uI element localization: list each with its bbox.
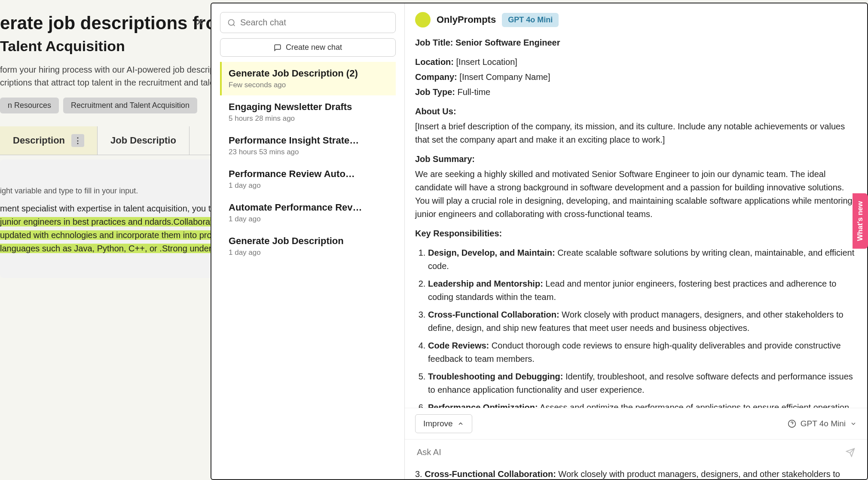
chat-item-time: Few seconds ago <box>229 81 389 89</box>
chat-plus-icon <box>274 44 281 52</box>
tab-job-description[interactable]: Job Descriptio <box>98 126 189 155</box>
chat-item[interactable]: Automate Performance Rev… 1 day ago <box>220 196 396 229</box>
response-footer: Improve GPT 4o Mini <box>405 408 867 439</box>
list-item: Performance Optimization: Assess and opt… <box>428 401 857 408</box>
list-item: Cross-Functional Collaboration: Work clo… <box>428 308 857 335</box>
search-input[interactable] <box>240 18 388 28</box>
tag-recruitment[interactable]: Recruitment and Talent Acquisition <box>63 98 197 113</box>
chat-list: Generate Job Description (2) Few seconds… <box>220 62 396 263</box>
chevron-up-icon <box>457 420 464 427</box>
overflow-list-item: 3. Cross-Functional Collaboration: Work … <box>405 465 867 479</box>
chat-item-time: 23 hours 53 mins ago <box>229 148 389 156</box>
chat-item[interactable]: Engaging Newsletter Drafts 5 hours 28 mi… <box>220 95 396 129</box>
send-icon[interactable] <box>846 448 855 457</box>
list-item: Code Reviews: Conduct thorough code revi… <box>428 339 857 366</box>
list-item: Troubleshooting and Debugging: Identify,… <box>428 370 857 397</box>
chat-item-title: Engaging Newsletter Drafts <box>229 101 389 113</box>
whats-new-tab[interactable]: What's new <box>853 193 868 249</box>
tab-menu-button[interactable]: ⋮ <box>71 134 84 147</box>
list-item: Leadership and Mentorship: Lead and ment… <box>428 277 857 304</box>
tab-description[interactable]: Description ⋮ <box>0 126 98 155</box>
chat-item-title: Performance Review Auto… <box>229 168 389 180</box>
brand-name: OnlyPrompts <box>437 14 496 25</box>
svg-line-5 <box>233 24 235 26</box>
chat-modal: Create new chat Generate Job Description… <box>211 3 868 480</box>
svg-point-4 <box>229 19 234 25</box>
chat-sidebar: Create new chat Generate Job Description… <box>211 3 405 479</box>
chat-item-time: 5 hours 28 mins ago <box>229 114 389 123</box>
footer-model-select[interactable]: GPT 4o Mini <box>788 419 857 428</box>
search-icon <box>227 18 236 27</box>
chat-item-title: Generate Job Description <box>229 235 389 247</box>
dots-icon: ⋮ <box>74 137 82 144</box>
chat-item[interactable]: Performance Review Auto… 1 day ago <box>220 162 396 196</box>
chat-item[interactable]: Performance Insight Strate… 23 hours 53 … <box>220 129 396 162</box>
close-button[interactable] <box>192 14 208 30</box>
chat-item[interactable]: Generate Job Description 1 day ago <box>220 229 396 263</box>
close-icon <box>195 17 205 27</box>
list-item: Design, Develop, and Maintain: Create sc… <box>428 246 857 273</box>
chat-item-time: 1 day ago <box>229 181 389 190</box>
avatar <box>415 12 431 28</box>
chat-item-time: 1 day ago <box>229 215 389 223</box>
chevron-down-icon <box>850 420 857 427</box>
chat-item-time: 1 day ago <box>229 248 389 257</box>
chat-item-title: Generate Job Description (2) <box>229 68 389 79</box>
chat-header: OnlyPrompts GPT 4o Mini <box>405 3 867 36</box>
ask-ai-input[interactable] <box>417 447 846 457</box>
responsibilities-list: Design, Develop, and Maintain: Create sc… <box>415 246 857 408</box>
search-box[interactable] <box>220 12 396 33</box>
chat-item[interactable]: Generate Job Description (2) Few seconds… <box>220 62 396 95</box>
response-body: Job Title: Senior Software Engineer Loca… <box>405 36 867 408</box>
chat-content: OnlyPrompts GPT 4o Mini Job Title: Senio… <box>405 3 867 479</box>
chat-item-title: Performance Insight Strate… <box>229 135 389 146</box>
improve-button[interactable]: Improve <box>415 414 472 433</box>
ask-ai-bar <box>405 439 867 465</box>
tag-resources[interactable]: n Resources <box>0 98 59 113</box>
model-badge: GPT 4o Mini <box>502 13 559 27</box>
create-chat-button[interactable]: Create new chat <box>220 38 396 57</box>
help-icon <box>788 419 796 428</box>
chat-item-title: Automate Performance Rev… <box>229 202 389 213</box>
